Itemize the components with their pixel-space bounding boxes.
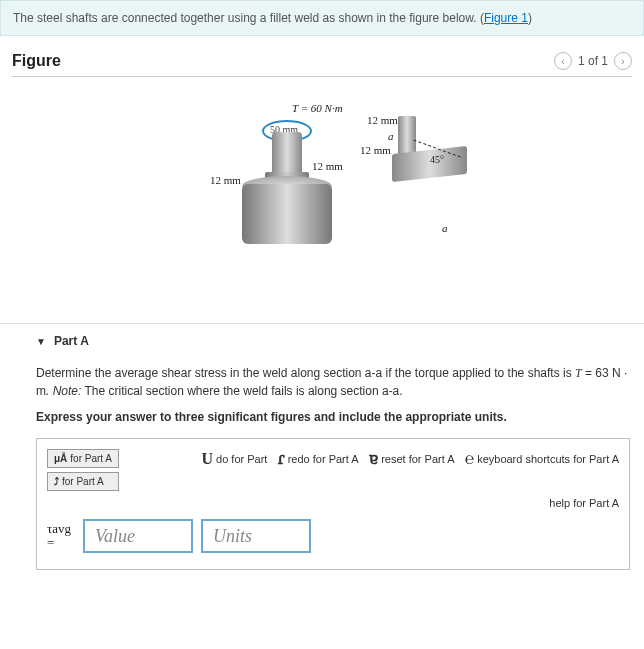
value-input[interactable]: Value (83, 519, 193, 553)
answer-input-row: τavg = Value Units (47, 519, 619, 553)
tool-button-1[interactable]: μÅ for Part A (47, 449, 119, 468)
help-row: help for Part A (47, 497, 619, 509)
undo-button[interactable]: U do for Part (202, 449, 268, 468)
dim-12mm-right: 12 mm (312, 160, 343, 172)
answer-box: μÅ for Part A ⤴ for Part A U do for Part… (36, 438, 630, 570)
redo-icon: ɾ (277, 449, 284, 468)
undo-label: do for Part (216, 453, 267, 465)
diagram: T = 60 N·m 50 mm 12 mm 12 mm 12 mm 12 mm… (162, 102, 482, 282)
figure-section: Figure ‹ 1 of 1 › T = 60 N·m 50 mm 12 mm… (0, 36, 644, 317)
base-cylinder (242, 184, 332, 244)
figure-title: Figure (12, 52, 61, 70)
question-text: Determine the average shear stress in th… (36, 364, 630, 400)
redo-label: redo for Part A (288, 453, 359, 465)
tool-label-1: for Part A (70, 453, 112, 464)
dim-12mm-side-bottom: 12 mm (360, 144, 391, 156)
dim-12mm-left: 12 mm (210, 174, 241, 186)
pager-prev-button[interactable]: ‹ (554, 52, 572, 70)
tau-top: τavg (47, 522, 71, 536)
q-before: Determine the average shear stress in th… (36, 366, 575, 380)
keyboard-button[interactable]: ℮ keyboard shortcuts for Part A (465, 449, 619, 468)
collapse-caret-icon[interactable]: ▼ (36, 336, 46, 347)
figure-body: T = 60 N·m 50 mm 12 mm 12 mm 12 mm 12 mm… (12, 77, 632, 307)
torque-label: T = 60 N·m (292, 102, 343, 114)
angle-label: 45° (430, 154, 444, 165)
keyboard-label: keyboard shortcuts for Part A (477, 453, 619, 465)
reset-icon: ɐ (369, 449, 379, 468)
instruction-text: Express your answer to three significant… (36, 408, 630, 426)
tool-button-2[interactable]: ⤴ for Part A (47, 472, 119, 491)
q-T-symbol: T (575, 366, 582, 380)
reset-button[interactable]: ɐ reset for Part A (369, 449, 455, 468)
help-button[interactable]: help for Part A (549, 497, 619, 509)
pager-text: 1 of 1 (578, 54, 608, 68)
pager-next-button[interactable]: › (614, 52, 632, 70)
dim-12mm-side-top: 12 mm (367, 114, 398, 126)
q-note-label: . Note: (46, 384, 81, 398)
part-a-header: ▼ Part A (36, 334, 630, 348)
problem-intro: The steel shafts are connected together … (0, 0, 644, 36)
tool-icon-2: ⤴ (54, 476, 59, 487)
keyboard-icon: ℮ (465, 450, 475, 468)
figure-link[interactable]: Figure 1 (484, 11, 528, 25)
part-a-title: Part A (54, 334, 89, 348)
tool-icon-1: μÅ (54, 453, 67, 464)
q-T-eq: = 63 (582, 366, 612, 380)
side-shaft (398, 116, 416, 156)
figure-pager: ‹ 1 of 1 › (554, 52, 632, 70)
toolbar-row: μÅ for Part A ⤴ for Part A U do for Part… (47, 449, 619, 491)
section-a-bottom: a (442, 222, 448, 234)
right-tools: U do for Part ɾ redo for Part A ɐ reset … (202, 449, 620, 468)
tau-symbol: τavg = (47, 522, 75, 551)
units-input[interactable]: Units (201, 519, 311, 553)
redo-button[interactable]: ɾ redo for Part A (277, 449, 358, 468)
help-label: help for Part A (549, 497, 619, 509)
tool-label-2: for Part A (62, 476, 104, 487)
q-after: The critical section where the weld fail… (81, 384, 402, 398)
intro-text-before: The steel shafts are connected together … (13, 11, 484, 25)
intro-text-after: ) (528, 11, 532, 25)
left-tools: μÅ for Part A ⤴ for Part A (47, 449, 119, 491)
shaft-top (272, 132, 302, 177)
reset-label: reset for Part A (381, 453, 454, 465)
part-a-section: ▼ Part A Determine the average shear str… (0, 323, 644, 590)
section-a-top: a (388, 130, 394, 142)
figure-header: Figure ‹ 1 of 1 › (12, 52, 632, 77)
tau-eq: = (47, 536, 54, 550)
undo-icon: U (202, 450, 214, 468)
